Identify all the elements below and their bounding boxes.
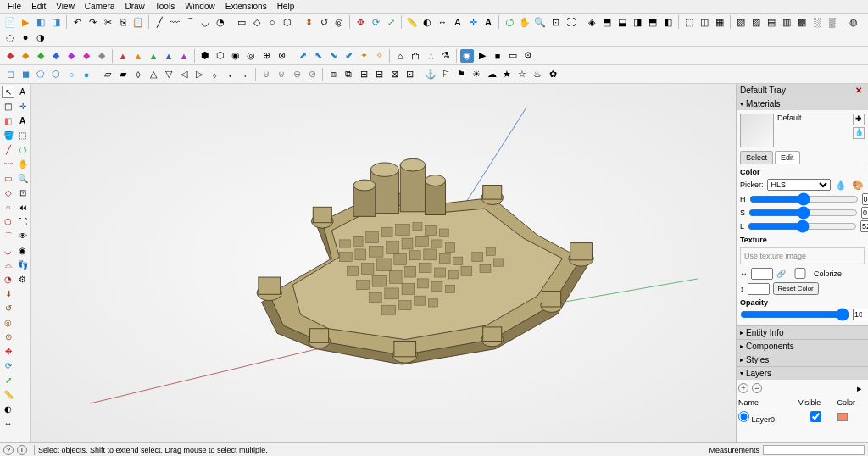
- scale-tool[interactable]: ⤢: [2, 374, 14, 386]
- solid6-icon[interactable]: ●: [80, 68, 93, 81]
- ext17-icon[interactable]: ⊕: [259, 49, 273, 63]
- util9-icon[interactable]: ✿: [546, 68, 559, 81]
- ext10-icon[interactable]: ▲: [147, 49, 160, 63]
- position-tool[interactable]: 👁: [16, 230, 29, 242]
- ext15-icon[interactable]: ◉: [229, 49, 242, 63]
- dimension-icon[interactable]: ↔: [436, 15, 449, 29]
- front-icon[interactable]: ⬓: [615, 15, 629, 29]
- solid3-icon[interactable]: ⬠: [34, 68, 47, 81]
- arc2-icon[interactable]: ◡: [198, 15, 212, 29]
- ext18-icon[interactable]: ⊗: [275, 49, 288, 63]
- menu-camera[interactable]: Camera: [81, 1, 120, 12]
- layer-radio[interactable]: [738, 411, 749, 422]
- protractor-icon[interactable]: ◐: [420, 15, 434, 29]
- ext2-icon[interactable]: ◆: [19, 49, 32, 63]
- ext4-icon[interactable]: ◆: [49, 49, 63, 63]
- bool2-icon[interactable]: ⊍: [275, 68, 288, 81]
- shape1-icon[interactable]: ▱: [101, 68, 114, 81]
- tape-icon[interactable]: 📏: [405, 15, 419, 29]
- rect-tool[interactable]: ▭: [2, 172, 14, 185]
- poly-tool[interactable]: ⬡: [2, 215, 14, 228]
- pan-icon[interactable]: ✋: [518, 15, 531, 29]
- freehand-tool[interactable]: 〰: [2, 158, 14, 170]
- layer-menu-icon[interactable]: ▸: [853, 381, 866, 395]
- hue-slider[interactable]: [749, 195, 859, 203]
- look-tool[interactable]: ◉: [16, 244, 29, 257]
- menu-view[interactable]: View: [52, 1, 79, 12]
- shape8-icon[interactable]: ⬨: [208, 68, 221, 81]
- style3-icon[interactable]: ▤: [765, 15, 778, 29]
- ext11-icon[interactable]: ▲: [162, 49, 175, 63]
- zoomext-icon[interactable]: ⛶: [564, 15, 577, 29]
- push-icon[interactable]: ⬍: [302, 15, 315, 29]
- ext3-icon[interactable]: ◆: [34, 49, 47, 63]
- menu-edit[interactable]: Edit: [27, 1, 50, 12]
- rect-icon[interactable]: ▭: [235, 15, 248, 29]
- shape10-icon[interactable]: ⬫: [238, 68, 252, 81]
- col-color[interactable]: Color: [836, 397, 868, 409]
- walk-tool[interactable]: 👣: [16, 259, 29, 271]
- add-layer-icon[interactable]: +: [738, 383, 748, 393]
- zoomext-tool[interactable]: ⛶: [16, 215, 29, 228]
- bool3-icon[interactable]: ⊖: [290, 68, 303, 81]
- components-header[interactable]: Components: [737, 340, 868, 353]
- picker-select[interactable]: HLS: [767, 179, 831, 191]
- layers-header[interactable]: Layers: [737, 367, 868, 380]
- ext8-icon[interactable]: ▲: [116, 49, 130, 63]
- util1-icon[interactable]: ⚓: [424, 68, 437, 81]
- m1-icon[interactable]: ⧈: [326, 68, 340, 81]
- col-name[interactable]: Name: [737, 397, 797, 409]
- ext6-icon[interactable]: ◆: [80, 49, 93, 63]
- solid5-icon[interactable]: ○: [64, 68, 78, 81]
- zoom-icon[interactable]: 🔍: [533, 15, 547, 29]
- ext24-icon[interactable]: ✧: [372, 49, 386, 63]
- ext28-icon[interactable]: ⚗: [439, 49, 453, 63]
- solid1-icon[interactable]: ◻: [3, 68, 17, 81]
- style1-icon[interactable]: ▧: [734, 15, 748, 29]
- render-settings-icon[interactable]: ⚙: [521, 49, 535, 63]
- material-preview[interactable]: [740, 114, 774, 147]
- m5-icon[interactable]: ⊠: [387, 68, 401, 81]
- move-tool[interactable]: ✥: [2, 345, 14, 358]
- follow-icon[interactable]: ↺: [317, 15, 331, 29]
- select-tool[interactable]: ↖: [2, 86, 14, 98]
- zoomwin-tool[interactable]: ⊡: [16, 186, 29, 199]
- bool4-icon[interactable]: ⊘: [305, 68, 319, 81]
- eyedropper-icon[interactable]: 💧: [834, 178, 848, 192]
- help-icon[interactable]: ?: [3, 445, 14, 455]
- style7-icon[interactable]: ▒: [826, 15, 839, 29]
- arc-icon[interactable]: ⌒: [183, 15, 197, 29]
- pie-tool[interactable]: ◔: [2, 273, 14, 286]
- offset-icon[interactable]: ◎: [332, 15, 346, 29]
- ext5-icon[interactable]: ◆: [64, 49, 78, 63]
- text-tool[interactable]: A: [16, 86, 29, 98]
- prev-tool[interactable]: ⏮: [16, 201, 29, 214]
- circle-icon[interactable]: ○: [265, 15, 279, 29]
- tape-tool[interactable]: 📏: [2, 388, 14, 401]
- 3dtext-tool[interactable]: A: [16, 114, 29, 127]
- arc3-tool[interactable]: ⌓: [2, 259, 14, 271]
- render-stop-icon[interactable]: ■: [491, 49, 504, 63]
- opacity-slider[interactable]: [740, 310, 849, 319]
- rotrect-tool[interactable]: ◇: [2, 186, 14, 199]
- style6-icon[interactable]: ░: [810, 15, 824, 29]
- section2-icon[interactable]: ◫: [698, 15, 711, 29]
- zoom-tool[interactable]: 🔍: [16, 172, 29, 185]
- pan-tool[interactable]: ✋: [16, 158, 29, 170]
- util5-icon[interactable]: ☁: [485, 68, 498, 81]
- render-icon[interactable]: ◉: [460, 49, 474, 63]
- right-icon[interactable]: ◨: [631, 15, 644, 29]
- section-tool[interactable]: ⬚: [16, 129, 29, 142]
- undo-icon[interactable]: ↶: [70, 15, 84, 29]
- zoomwin-icon[interactable]: ⊡: [548, 15, 562, 29]
- lasso-tool[interactable]: ◫: [2, 100, 14, 113]
- entity-info-header[interactable]: Entity Info: [737, 326, 868, 339]
- ext22-icon[interactable]: ⬋: [342, 49, 355, 63]
- material-sample-icon[interactable]: 💧: [853, 127, 865, 139]
- shaded-icon[interactable]: ●: [19, 31, 32, 44]
- measurements-input[interactable]: [763, 445, 865, 455]
- opacity-value[interactable]: [853, 309, 868, 320]
- section3-icon[interactable]: ▦: [713, 15, 726, 29]
- tex-width[interactable]: [751, 268, 773, 280]
- material-create-icon[interactable]: ✚: [853, 114, 865, 125]
